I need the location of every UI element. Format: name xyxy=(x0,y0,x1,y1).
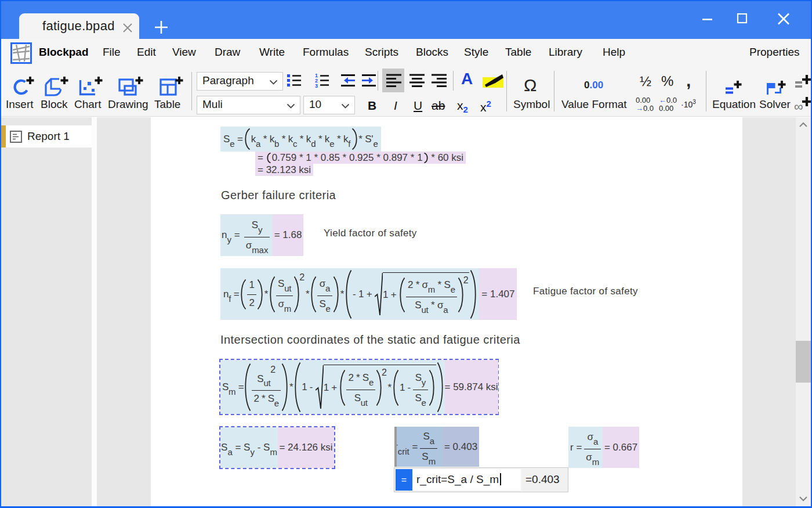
svg-text:3: 3 xyxy=(315,83,318,88)
svg-text:∞: ∞ xyxy=(794,99,803,113)
